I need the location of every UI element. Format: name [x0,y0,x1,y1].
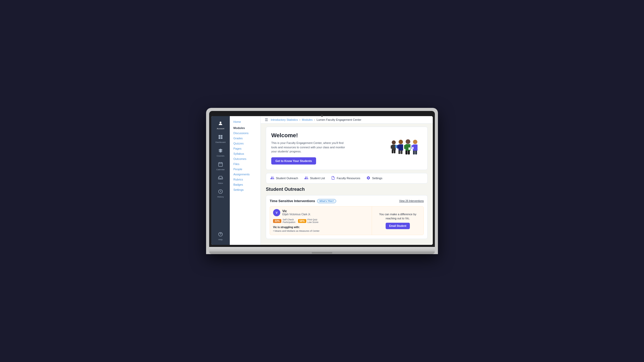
student-avatar: V [273,209,280,216]
svg-rect-24 [404,145,406,149]
camera-area [321,112,323,119]
calendar-icon [217,161,224,168]
svg-rect-14 [394,150,396,153]
stat-quiz-label: First Quiz Low Score [308,218,319,224]
laptop-base [209,247,435,252]
student-list-icon [304,176,308,181]
help-icon [217,231,224,238]
people-illustration [389,137,422,160]
svg-rect-28 [409,148,410,150]
intervention-left: V Vic Elijah Victorious Clark Jr. [270,206,372,235]
camera-dot [321,115,323,117]
stat-selfcheck-label: Self Check Participation [283,218,295,224]
nav-people[interactable]: People [230,167,260,172]
breadcrumb-course[interactable]: Introductory Statistics [271,118,298,121]
get-to-know-button[interactable]: Get to Know Your Students [271,157,316,165]
account-icon [217,120,224,127]
welcome-text: Welcome! This is your Faculty Engagement… [271,132,349,165]
app-layout: Account Dashboard Courses [211,116,433,245]
settings-icon [366,176,370,181]
content-area: Welcome! This is your Faculty Engagement… [261,124,433,245]
svg-point-9 [392,140,396,144]
nav-modules-heading: Modules [230,125,260,131]
svg-rect-18 [397,145,399,149]
email-student-button[interactable]: Email Student [386,223,410,229]
quick-nav-student-list[interactable]: Student List [304,176,325,181]
intervention-row: V Vic Elijah Victorious Clark Jr. [270,206,424,235]
stats-row: 33% Self Check Participation 58% [273,218,369,224]
svg-rect-1 [219,135,221,137]
quick-nav-student-outreach[interactable]: Student Outreach [270,176,298,181]
nav-files[interactable]: Files [230,161,260,167]
stat-quiz: 58% First Quiz Low Score [298,218,319,224]
sidebar-item-courses[interactable]: Courses [211,145,230,159]
quick-nav-settings[interactable]: Settings [366,176,382,181]
struggling-title: Vic is struggling with: [273,226,369,229]
svg-rect-4 [221,137,223,139]
struggling-item-1: Means and Medians as Measures of Center [273,230,369,232]
sidebar-item-history[interactable]: History [211,186,230,200]
breadcrumb-sep-2: › [314,118,315,121]
quick-nav-student-outreach-label: Student Outreach [276,177,298,180]
svg-rect-11 [391,145,392,149]
stat-selfcheck: 33% Self Check Participation [273,218,295,224]
student-fullname: Elijah Victorious Clark Jr. [282,213,311,216]
intervention-message: You can make a difference by reaching ou… [375,212,420,221]
quick-nav-settings-label: Settings [372,177,382,180]
svg-rect-2 [221,135,223,137]
sidebar-item-account[interactable]: Account [211,118,230,131]
quick-nav-student-list-label: Student List [310,177,325,180]
nav-grades[interactable]: Grades [230,136,260,141]
svg-rect-20 [399,150,400,154]
sidebar-nav: Home Modules Discussions Grades Quizzes … [230,116,261,245]
svg-rect-13 [392,150,394,153]
quick-nav-faculty-resources-label: Faculty Resources [337,177,360,180]
nav-outcomes[interactable]: Outcomes [230,156,260,161]
svg-rect-19 [400,145,402,149]
breadcrumb-sep-1: › [299,118,300,121]
svg-rect-15 [395,145,397,148]
student-header: V Vic Elijah Victorious Clark Jr. [273,209,369,216]
sidebar-item-inbox[interactable]: Inbox [211,173,230,186]
nav-pages[interactable]: Pages [230,146,260,151]
interventions-card: Time Sensitive Interventions What's This… [266,195,428,239]
nav-home[interactable]: Home [230,119,260,124]
quick-nav-faculty-resources[interactable]: Faculty Resources [331,176,360,181]
menu-icon: ☰ [265,118,268,122]
breadcrumb-bar: ☰ Introductory Statistics › Modules › Lu… [261,116,433,124]
welcome-card: Welcome! This is your Faculty Engagement… [266,127,428,170]
screen-bezel: Account Dashboard Courses [209,111,435,247]
welcome-title: Welcome! [271,132,349,139]
intervention-right: You can make a difference by reaching ou… [372,206,423,235]
sidebar-item-calendar[interactable]: Calendar [211,159,230,172]
laptop-bottom [209,252,435,254]
nav-quizzes[interactable]: Quizzes [230,141,260,146]
svg-rect-26 [405,150,408,154]
view-all-interventions-link[interactable]: View 26 Interventions [399,200,424,202]
breadcrumb-current: Lumen Faculty Engagement Center [317,118,361,121]
stat-quiz-pct: 58% [298,219,306,223]
sidebar-item-help[interactable]: Help [211,229,230,242]
svg-rect-5 [219,162,223,166]
svg-point-22 [406,139,410,144]
laptop-shell: Account Dashboard Courses [206,108,438,254]
svg-rect-21 [401,150,402,154]
student-outreach-icon [270,176,274,181]
courses-icon [217,147,224,154]
nav-assignments[interactable]: Assignments [230,172,260,177]
history-icon [217,188,224,195]
nav-discussions[interactable]: Discussions [230,131,260,136]
nav-rubrics[interactable]: Rubrics [230,177,260,182]
sidebar-item-dashboard[interactable]: Dashboard [211,132,230,145]
interventions-header: Time Sensitive Interventions What's This… [270,199,424,203]
interventions-title: Time Sensitive Interventions What's This… [270,199,336,203]
nav-badges[interactable]: Badges [230,182,260,187]
nav-settings[interactable]: Settings [230,187,260,192]
what-this-badge[interactable]: What's This? [317,199,336,203]
nav-syllabus[interactable]: Syllabus [230,151,260,156]
welcome-description: This is your Faculty Engagement Center, … [271,141,349,154]
stat-selfcheck-pct: 33% [273,219,281,223]
svg-point-16 [399,140,403,144]
svg-rect-27 [408,150,410,154]
breadcrumb-modules[interactable]: Modules [302,118,313,121]
